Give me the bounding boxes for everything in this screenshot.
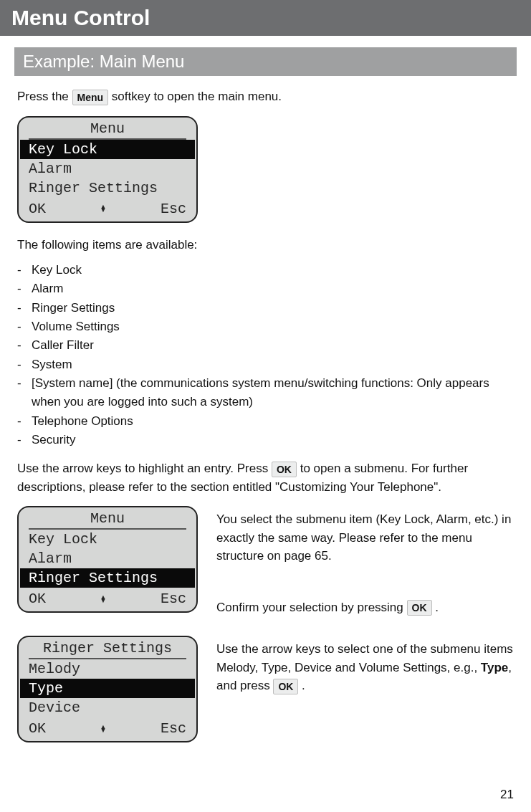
list-item: - Caller Filter bbox=[17, 336, 514, 355]
right3-a: Use the arrow keys to select one of the … bbox=[216, 642, 513, 674]
lcd2-row-ringer: Ringer Settings bbox=[20, 568, 195, 588]
item-systemname: [System name] (the communications system… bbox=[32, 376, 489, 409]
lcd3-esc: Esc bbox=[161, 720, 186, 737]
lcd-screen-2: Menu Key Lock Alarm Ringer Settings OK E… bbox=[17, 506, 198, 613]
lcd2-ok: OK bbox=[29, 591, 46, 607]
arrow-text-a: Use the arrow keys to highlight an entry… bbox=[17, 462, 272, 475]
lcd-screen-3: Ringer Settings Melody Type Device OK Es… bbox=[17, 636, 198, 742]
lcd2-row-keylock: Key Lock bbox=[19, 530, 196, 549]
lcd2-row-alarm: Alarm bbox=[19, 549, 196, 568]
list-item: - Security bbox=[17, 431, 514, 449]
item-system: System bbox=[32, 358, 72, 371]
item-ringer: Ringer Settings bbox=[32, 301, 115, 315]
ok-key-2: OK bbox=[407, 600, 432, 616]
right3-paragraph: Use the arrow keys to select one of the … bbox=[216, 640, 514, 695]
lcd1-ok: OK bbox=[29, 201, 46, 217]
list-item: - Telephone Options bbox=[17, 412, 514, 431]
lcd2-caption: You select the submenu item (Key Lock, A… bbox=[216, 503, 514, 624]
page-title: Menu Control bbox=[11, 6, 150, 29]
updown-arrow-icon bbox=[98, 725, 108, 733]
ok-key-1: OK bbox=[272, 462, 297, 477]
item-keylock: Key Lock bbox=[32, 263, 82, 277]
right3-c: . bbox=[298, 679, 305, 692]
right2-b-post: . bbox=[435, 601, 439, 614]
lcd2-esc: Esc bbox=[161, 591, 186, 607]
intro-paragraph: Press the Menu softkey to open the main … bbox=[17, 87, 514, 106]
lcd3-softkeys: OK Esc bbox=[19, 717, 196, 741]
lcd3-ok: OK bbox=[29, 720, 46, 737]
row-lcd2: Menu Key Lock Alarm Ringer Settings OK E… bbox=[17, 503, 514, 626]
list-item: - System bbox=[17, 355, 514, 374]
list-item: - Key Lock bbox=[17, 261, 514, 280]
ok-key-3: OK bbox=[273, 679, 298, 694]
row-lcd3: Ringer Settings Melody Type Device OK Es… bbox=[17, 633, 514, 755]
right2-a: You select the submenu item (Key Lock, A… bbox=[216, 510, 514, 565]
lcd1-title: Menu bbox=[29, 118, 186, 140]
item-volume: Volume Settings bbox=[32, 320, 120, 333]
right2-b: Confirm your selection by pressing OK . bbox=[216, 598, 514, 617]
lcd3-row-type: Type bbox=[20, 679, 195, 698]
list-item: - Ringer Settings bbox=[17, 299, 514, 317]
lcd1-row-alarm: Alarm bbox=[19, 159, 196, 178]
item-security: Security bbox=[32, 433, 75, 446]
items-list: - Key Lock - Alarm - Ringer Settings - V… bbox=[17, 261, 514, 449]
lcd1-esc: Esc bbox=[161, 201, 186, 217]
lcd2-title: Menu bbox=[29, 507, 186, 530]
lcd3-row-melody: Melody bbox=[19, 659, 196, 679]
page-number: 21 bbox=[500, 788, 514, 802]
item-callerfilter: Caller Filter bbox=[32, 338, 94, 352]
lcd1-row-keylock: Key Lock bbox=[20, 140, 195, 159]
list-item: - Alarm bbox=[17, 280, 514, 298]
lcd2-softkeys: OK Esc bbox=[19, 588, 196, 611]
intro-text-a: Press the bbox=[17, 90, 72, 103]
lcd3-row-device: Device bbox=[19, 698, 196, 717]
section-heading-bar: Example: Main Menu bbox=[14, 47, 517, 76]
updown-arrow-icon bbox=[98, 596, 108, 603]
right2-b-pre: Confirm your selection by pressing bbox=[216, 601, 407, 614]
available-heading: The following items are available: bbox=[17, 236, 514, 254]
lcd3-title: Ringer Settings bbox=[29, 637, 186, 659]
right3-bold: Type bbox=[481, 661, 508, 674]
page-title-bar: Menu Control bbox=[0, 0, 531, 36]
intro-text-b: softkey to open the main menu. bbox=[112, 90, 282, 103]
item-alarm: Alarm bbox=[32, 282, 63, 295]
lcd-screen-1: Menu Key Lock Alarm Ringer Settings OK E… bbox=[17, 116, 198, 223]
list-item: - Volume Settings bbox=[17, 317, 514, 336]
lcd1-row-ringer: Ringer Settings bbox=[19, 178, 196, 198]
item-telephoneoptions: Telephone Options bbox=[32, 414, 133, 428]
updown-arrow-icon bbox=[98, 205, 108, 213]
arrow-paragraph: Use the arrow keys to highlight an entry… bbox=[17, 459, 514, 496]
menu-key: Menu bbox=[72, 90, 109, 105]
lcd3-caption: Use the arrow keys to select one of the … bbox=[216, 633, 514, 702]
section-heading: Example: Main Menu bbox=[23, 52, 184, 71]
lcd1-softkeys: OK Esc bbox=[19, 198, 196, 221]
list-item: - [System name] (the communications syst… bbox=[17, 374, 514, 412]
